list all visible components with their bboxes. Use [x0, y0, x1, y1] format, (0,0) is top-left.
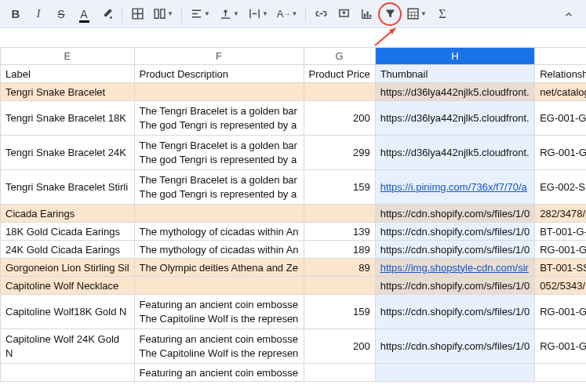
text-color-button[interactable]: A [73, 3, 95, 25]
cell[interactable] [134, 83, 304, 101]
cell[interactable]: Featuring an ancient coin embosse [134, 364, 304, 382]
cell[interactable]: Tengri Snake Bracelet Stirli [1, 170, 135, 205]
cell[interactable]: 200 [304, 101, 375, 136]
cell[interactable] [1, 364, 135, 382]
cell[interactable]: Capitoline Wolf Necklace [1, 277, 135, 295]
create-filter-button[interactable] [378, 2, 402, 26]
svg-rect-1 [363, 14, 365, 17]
cell[interactable] [134, 205, 304, 223]
text-wrap-button[interactable]: ▼ [244, 3, 272, 25]
cell[interactable] [304, 205, 375, 223]
functions-button[interactable]: ▼ [402, 3, 431, 25]
cell[interactable]: Cicada Earings [1, 205, 135, 223]
header-cell[interactable]: Label [1, 65, 135, 83]
cell[interactable]: https://cdn.shopify.com/s/files/1/0 [375, 205, 535, 223]
cell[interactable]: RG-001-G-18K, [535, 295, 586, 329]
borders-button[interactable] [126, 3, 148, 25]
cell[interactable]: RG-001-G-24K, [535, 136, 586, 170]
cell[interactable]: 159 [304, 295, 375, 329]
cell[interactable]: BT-001-G-18K, N [535, 223, 586, 241]
insert-chart-button[interactable] [355, 3, 377, 25]
column-header-i[interactable] [535, 48, 586, 65]
insert-comment-button[interactable] [333, 3, 355, 25]
cell[interactable]: net/catalog/produ [535, 83, 586, 101]
text-rotation-button[interactable]: A→▼ [273, 3, 301, 25]
header-cell[interactable]: Thumbnail [375, 65, 535, 83]
cell[interactable]: https://cdn.shopify.com/s/files/1/0 [375, 223, 535, 241]
cell[interactable]: https://d36lya442njlk5.cloudfront. [375, 136, 535, 170]
toolbar: B I S A ▼ ▼ ▼ ▼ A→▼ ▼ Σ [0, 0, 586, 28]
svg-rect-2 [366, 12, 368, 17]
annotation-arrow [372, 25, 403, 49]
cell[interactable]: https://cdn.shopify.com/s/files/1/0 [375, 329, 535, 364]
svg-rect-3 [369, 15, 371, 17]
cell[interactable]: 159 [304, 170, 375, 205]
cell[interactable] [535, 364, 586, 382]
cell[interactable]: Gorgoneion Lion Stirling Sil [1, 259, 135, 277]
cell[interactable]: https://i.pinimg.com/736x/f7/70/a [375, 170, 535, 205]
cell[interactable]: BT-001-SS, NE-0 [535, 259, 586, 277]
cell[interactable] [304, 83, 375, 101]
column-header-G[interactable]: G [304, 48, 375, 65]
horizontal-align-button[interactable]: ▼ [186, 3, 214, 25]
cell[interactable]: RG-001-G-24K, [535, 329, 586, 364]
merge-cells-button[interactable]: ▼ [149, 3, 177, 25]
cell[interactable] [375, 364, 535, 382]
cell[interactable]: Capitoline Wolf 24K Gold N [1, 329, 135, 364]
toolbar-collapse-button[interactable] [558, 3, 580, 25]
bold-button[interactable]: B [5, 3, 27, 25]
insert-link-button[interactable] [310, 3, 332, 25]
cell[interactable]: 052/5343/1409/p [535, 277, 586, 295]
cell[interactable]: 200 [304, 329, 375, 364]
vertical-align-button[interactable]: ▼ [215, 3, 243, 25]
fill-color-button[interactable] [96, 3, 118, 25]
cell[interactable]: 18K Gold Cicada Earings [1, 223, 135, 241]
cell[interactable]: EG-001-G-18K, [535, 101, 586, 136]
svg-marker-6 [389, 28, 395, 34]
cell[interactable]: https://img.shopstyle-cdn.com/sir [375, 259, 535, 277]
url-link[interactable]: https://i.pinimg.com/736x/f7/70/a [380, 181, 527, 193]
url-link[interactable]: https://img.shopstyle-cdn.com/sir [380, 262, 529, 274]
cell[interactable]: The mythology of cicadas within An [134, 223, 304, 241]
cell[interactable]: https://cdn.shopify.com/s/files/1/0 [375, 295, 535, 329]
cell[interactable]: The Tengri Bracelet is a golden barThe g… [134, 101, 304, 136]
cell[interactable] [134, 277, 304, 295]
cell[interactable]: https://d36lya442njlk5.cloudfront. [375, 101, 535, 136]
cell[interactable]: Tengri Snake Bracelet 24K [1, 136, 135, 170]
cell[interactable]: Featuring an ancient coin embosseThe Cap… [134, 329, 304, 364]
italic-button[interactable]: I [27, 3, 49, 25]
sigma-button[interactable]: Σ [431, 3, 453, 25]
cell[interactable]: EG-002-SS, NE- [535, 170, 586, 205]
cell[interactable]: Featuring an ancient coin embosseThe Cap… [134, 295, 304, 329]
cell[interactable]: Tengri Snake Bracelet 18K [1, 101, 135, 136]
svg-line-5 [375, 28, 395, 45]
cell[interactable]: The Tengri Bracelet is a golden barThe g… [134, 170, 304, 205]
cell[interactable]: The mythology of cicadas within An [134, 241, 304, 259]
cell[interactable]: https://cdn.shopify.com/s/files/1/0 [375, 241, 535, 259]
cell[interactable]: 282/3478/produc [535, 205, 586, 223]
cell[interactable]: Tengri Snake Bracelet [1, 83, 135, 101]
spreadsheet-grid[interactable]: EFGHLabelProduct DescriptionProduct Pric… [0, 47, 586, 392]
cell[interactable]: 299 [304, 136, 375, 170]
strikethrough-button[interactable]: S [50, 3, 72, 25]
cell[interactable]: The Tengri Bracelet is a golden barThe g… [134, 136, 304, 170]
header-cell[interactable]: Product Price [304, 65, 375, 83]
header-cell[interactable]: Product Description [134, 65, 304, 83]
svg-rect-4 [408, 9, 418, 19]
cell[interactable]: 24K Gold Cicada Earings [1, 241, 135, 259]
cell[interactable]: RG-001-G-24K, N [535, 241, 586, 259]
header-cell[interactable]: Relationships [535, 65, 586, 83]
cell[interactable] [304, 277, 375, 295]
column-header-E[interactable]: E [1, 48, 135, 65]
column-header-H[interactable]: H [375, 48, 535, 65]
cell[interactable]: 89 [304, 259, 375, 277]
column-header-F[interactable]: F [134, 48, 304, 65]
cell[interactable]: 139 [304, 223, 375, 241]
cell[interactable]: 189 [304, 241, 375, 259]
cell[interactable] [304, 364, 375, 382]
cell[interactable]: The Olympic deities Athena and Ze [134, 259, 304, 277]
cell[interactable]: https://cdn.shopify.com/s/files/1/0 [375, 277, 535, 295]
cell[interactable]: https://d36lya442njlk5.cloudfront. [375, 83, 535, 101]
cell[interactable]: Capitoline Wolf18K Gold N [1, 295, 135, 329]
